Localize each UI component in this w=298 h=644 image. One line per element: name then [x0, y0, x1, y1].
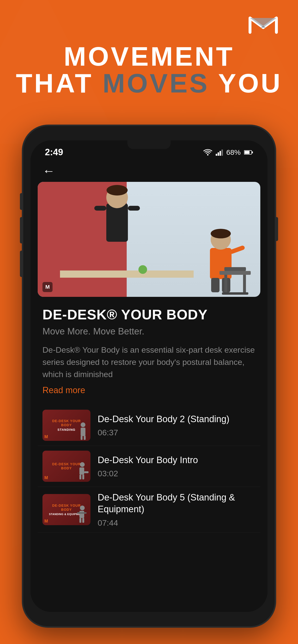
program-description: De-Desk® Your Body is an essential six-p… — [43, 344, 255, 380]
svg-point-27 — [138, 265, 147, 274]
power-button — [276, 217, 278, 241]
headline-moves: MOVES — [103, 68, 209, 98]
trainer-scene: M — [38, 182, 260, 297]
video-list: DE-DESK YOUR BODY STANDING — [31, 405, 267, 532]
svg-rect-4 — [216, 154, 217, 156]
svg-rect-9 — [244, 151, 249, 154]
video-item[interactable]: DE-DESK YOUR BODY — [38, 446, 260, 487]
svg-point-32 — [80, 462, 85, 467]
video-thumbnail-1: DE-DESK YOUR BODY STANDING — [43, 410, 90, 441]
video-duration-2: 03:02 — [98, 469, 255, 478]
svg-point-18 — [211, 229, 231, 238]
volume-down-button — [20, 250, 22, 277]
video-logo-badge: M — [43, 282, 53, 292]
program-title: DE-DESK® YOUR BODY — [43, 306, 255, 322]
back-button[interactable]: ← — [31, 160, 267, 182]
svg-rect-41 — [82, 518, 84, 523]
phone-mockup: 2:49 — [22, 124, 276, 628]
svg-point-37 — [80, 506, 85, 510]
phone-frame: 2:49 — [22, 124, 276, 628]
svg-rect-6 — [220, 151, 221, 156]
svg-rect-23 — [220, 271, 251, 275]
video-title-1: De-Desk Your Body 2 (Standing) — [98, 413, 255, 425]
svg-point-13 — [106, 185, 128, 196]
scene-chair — [217, 248, 253, 297]
svg-rect-15 — [128, 206, 140, 210]
svg-rect-34 — [84, 471, 89, 473]
svg-rect-33 — [79, 468, 84, 474]
video-title-3: De-Desk Your Body 5 (Standing & Equipmen… — [98, 492, 255, 515]
svg-point-3 — [207, 154, 209, 156]
svg-rect-26 — [222, 292, 248, 295]
video-item[interactable]: DE-DESK YOUR BODY STANDING & EQUIPMENT — [38, 487, 260, 532]
phone-notch — [127, 140, 171, 149]
headline-line2: THAT MOVES YOU — [10, 70, 288, 97]
read-more-button[interactable]: Read more — [43, 385, 85, 395]
svg-rect-39 — [77, 512, 87, 514]
phone-screen: 2:49 — [31, 140, 267, 612]
video-info-1: De-Desk Your Body 2 (Standing) 06:37 — [98, 413, 255, 437]
video-thumbnail-3: DE-DESK YOUR BODY STANDING & EQUIPMENT — [43, 494, 90, 525]
svg-rect-36 — [82, 474, 84, 480]
ball-prop — [138, 265, 147, 275]
battery-percent: 68% — [226, 148, 241, 156]
logo-badge-text: M — [45, 284, 50, 290]
video-item[interactable]: DE-DESK YOUR BODY STANDING — [38, 405, 260, 446]
video-info-2: De-Desk Your Body Intro 03:02 — [98, 454, 255, 478]
svg-rect-38 — [79, 511, 84, 518]
wifi-icon — [203, 149, 212, 156]
headline-area: MOVEMENT THAT MOVES YOU — [0, 43, 298, 97]
svg-rect-14 — [94, 206, 106, 210]
svg-rect-29 — [81, 428, 85, 436]
brand-logo — [248, 14, 279, 36]
svg-rect-10 — [252, 152, 253, 153]
headline-that: THAT — [16, 68, 102, 98]
svg-rect-22 — [224, 267, 246, 271]
thumb-logo-icon-3: M — [44, 519, 48, 524]
svg-rect-7 — [221, 150, 223, 156]
svg-point-28 — [81, 422, 85, 427]
hero-image: M — [38, 182, 260, 297]
battery-icon — [244, 150, 253, 155]
svg-rect-11 — [106, 204, 128, 242]
thumb-logo-icon-2: M — [44, 475, 48, 480]
video-title-2: De-Desk Your Body Intro — [98, 454, 255, 466]
svg-rect-30 — [81, 436, 83, 440]
back-arrow-icon: ← — [43, 164, 55, 178]
volume-up-button — [20, 217, 22, 244]
thumb-logo-icon-1: M — [44, 434, 48, 440]
video-duration-1: 06:37 — [98, 428, 255, 437]
svg-rect-31 — [84, 436, 86, 440]
video-duration-3: 07:44 — [98, 518, 255, 528]
status-time: 2:49 — [45, 147, 63, 158]
headline-line1: MOVEMENT — [10, 43, 288, 70]
svg-rect-40 — [79, 518, 81, 523]
trainer-figure — [111, 268, 113, 270]
program-subtitle: Move More. Move Better. — [43, 326, 255, 336]
headline-you: YOU — [209, 68, 282, 98]
app-content: ← — [31, 160, 267, 612]
video-thumbnail-2: DE-DESK YOUR BODY — [43, 451, 90, 482]
content-section: DE-DESK® YOUR BODY Move More. Move Bette… — [31, 297, 267, 405]
svg-rect-25 — [243, 275, 246, 294]
svg-rect-5 — [218, 152, 219, 156]
status-icons: 68% — [203, 148, 253, 156]
video-info-3: De-Desk Your Body 5 (Standing & Equipmen… — [98, 492, 255, 528]
mute-button — [20, 193, 22, 210]
thumb-subtitle-1: STANDING — [58, 428, 76, 432]
scene-table — [60, 270, 194, 278]
signal-icon — [216, 149, 223, 156]
svg-rect-24 — [224, 275, 227, 294]
svg-rect-35 — [79, 474, 81, 480]
